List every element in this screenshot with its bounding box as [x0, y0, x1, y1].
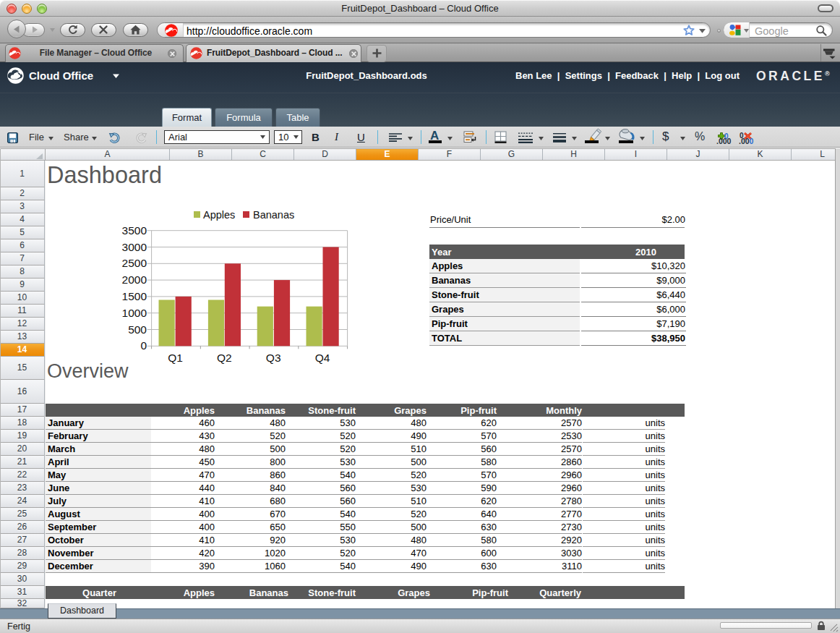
svg-text:Q1: Q1 [168, 352, 183, 364]
svg-text:2500: 2500 [122, 257, 147, 269]
svg-text:1000: 1000 [122, 307, 147, 319]
svg-text:0: 0 [140, 339, 147, 352]
svg-text:Q2: Q2 [217, 352, 232, 364]
svg-text:3000: 3000 [122, 241, 147, 253]
svg-text:Q4: Q4 [315, 352, 330, 364]
svg-text:3500: 3500 [122, 224, 147, 237]
svg-text:Q3: Q3 [266, 352, 281, 364]
svg-text:2000: 2000 [122, 273, 147, 286]
svg-text:500: 500 [128, 323, 147, 336]
svg-text:Apples: Apples [203, 209, 235, 221]
svg-text:Bananas: Bananas [253, 209, 294, 221]
svg-text:1500: 1500 [122, 290, 147, 302]
